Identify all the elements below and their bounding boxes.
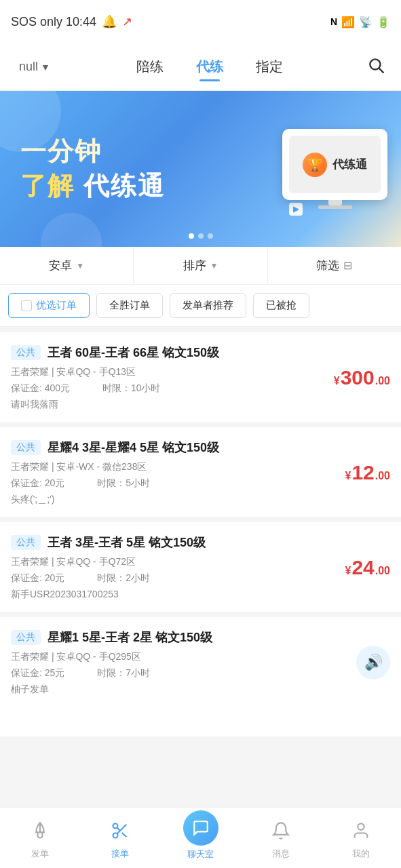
order-4-title: 星耀1 5星-王者 2星 铭文150级 bbox=[47, 629, 309, 646]
filter-android[interactable]: 安卓 ▼ bbox=[0, 247, 134, 284]
bottom-nav-messages[interactable]: 消息 bbox=[241, 808, 321, 868]
order-1-nickname: 请叫我落雨 bbox=[11, 399, 309, 411]
order-1-price-decimal: .00 bbox=[375, 375, 390, 387]
bottom-nav-profile[interactable]: 我的 bbox=[321, 808, 401, 868]
order-4-tag: 公共 bbox=[11, 630, 41, 645]
bottom-nav-profile-label: 我的 bbox=[352, 848, 370, 860]
order-2-content: 公共 星耀4 3星-星耀4 5星 铭文150级 王者荣耀 | 安卓-WX - 微… bbox=[11, 439, 390, 506]
tab-pill-recommended[interactable]: 发单者推荐 bbox=[170, 293, 246, 318]
order-4-meta: 王者荣耀 | 安卓QQ - 手Q295区 bbox=[11, 651, 309, 663]
banner-text: 一分钟 了解 代练通 bbox=[20, 134, 165, 203]
order-card-4[interactable]: 公共 星耀1 5星-王者 2星 铭文150级 王者荣耀 | 安卓QQ - 手Q2… bbox=[0, 617, 401, 736]
rocket-icon bbox=[31, 821, 50, 845]
chevron-down-icon: ▼ bbox=[41, 62, 50, 73]
filter-android-arrow: ▼ bbox=[76, 261, 84, 271]
order-2-meta: 王者荣耀 | 安卓-WX - 微信238区 bbox=[11, 461, 309, 473]
order-3-details: 保证金: 20元 时限：2小时 bbox=[11, 572, 309, 585]
chat-circle bbox=[183, 810, 218, 846]
order-2-price: ¥ 12 .00 bbox=[345, 462, 390, 483]
brand-label: 代练通 bbox=[332, 157, 367, 172]
bottom-nav-receive[interactable]: 接单 bbox=[80, 808, 160, 868]
person-icon bbox=[351, 821, 370, 845]
svg-line-5 bbox=[122, 833, 126, 837]
banner-line2: 了解 代练通 bbox=[20, 169, 165, 203]
filter-sort-arrow: ▼ bbox=[210, 261, 218, 271]
wifi-icon: 📡 bbox=[359, 16, 373, 28]
status-left: SOS only 10:44 🔔 ↗ bbox=[11, 14, 132, 29]
bell-icon: 🔔 bbox=[102, 14, 117, 29]
svg-line-1 bbox=[379, 68, 383, 72]
order-card-2-inner: 公共 星耀4 3星-星耀4 5星 铭文150级 王者荣耀 | 安卓-WX - 微… bbox=[11, 439, 390, 506]
bottom-nav-receive-label: 接单 bbox=[111, 848, 129, 860]
filter-icon: ⊟ bbox=[343, 259, 352, 272]
order-2-price-decimal: .00 bbox=[375, 470, 390, 482]
nav-dropdown[interactable]: null ▼ bbox=[11, 54, 58, 79]
order-2-details: 保证金: 20元 时限：5小时 bbox=[11, 477, 309, 490]
bottom-nav-send[interactable]: 发单 bbox=[0, 808, 80, 868]
order-2-title-row: 公共 星耀4 3星-星耀4 5星 铭文150级 bbox=[11, 439, 309, 456]
svg-point-2 bbox=[113, 824, 118, 829]
tab-pills: 优选订单 全胜订单 发单者推荐 已被抢 bbox=[0, 285, 401, 327]
order-3-price: ¥ 24 .00 bbox=[345, 557, 390, 578]
order-1-title: 王者 60星-王者 66星 铭文150级 bbox=[47, 344, 309, 361]
bottom-nav-messages-label: 消息 bbox=[272, 848, 290, 860]
order-1-deposit: 保证金: 400元 bbox=[11, 382, 70, 393]
order-3-price-decimal: .00 bbox=[375, 565, 390, 577]
nfc-icon: N bbox=[330, 16, 337, 27]
status-bar: SOS only 10:44 🔔 ↗ N 📶 📡 🔋 bbox=[0, 0, 401, 43]
order-4-time: 时限：7小时 bbox=[97, 667, 150, 678]
banner-line2-text: 代练通 bbox=[83, 172, 165, 200]
order-2-price-main: 12 bbox=[351, 462, 374, 483]
order-3-tag: 公共 bbox=[11, 535, 41, 550]
order-4-deposit: 保证金: 25元 bbox=[11, 667, 64, 678]
order-3-title-row: 公共 王者 3星-王者 5星 铭文150级 bbox=[11, 534, 309, 551]
tab-pill-preferred[interactable]: 优选订单 bbox=[8, 293, 90, 318]
filter-bar: 安卓 ▼ 排序 ▼ 筛选 ⊟ bbox=[0, 247, 401, 285]
order-3-price-main: 24 bbox=[351, 557, 374, 578]
tab-pill-allwin[interactable]: 全胜订单 bbox=[96, 293, 163, 318]
bottom-nav-chat[interactable]: 聊天室 bbox=[160, 808, 240, 868]
order-2-nickname: 头疼(';＿;') bbox=[11, 494, 309, 506]
tab-zhiding[interactable]: 指定 bbox=[253, 52, 286, 81]
banner-line1: 一分钟 bbox=[20, 134, 165, 169]
status-text: SOS only 10:44 bbox=[11, 15, 96, 29]
search-icon[interactable] bbox=[362, 51, 390, 83]
order-card-3[interactable]: 公共 王者 3星-王者 5星 铭文150级 王者荣耀 | 安卓QQ - 手Q72… bbox=[0, 522, 401, 612]
order-1-tag: 公共 bbox=[11, 345, 41, 360]
order-card-2[interactable]: 公共 星耀4 3星-星耀4 5星 铭文150级 王者荣耀 | 安卓-WX - 微… bbox=[0, 427, 401, 517]
tab-pill-preferred-label: 优选订单 bbox=[36, 299, 77, 312]
order-1-price-symbol: ¥ bbox=[334, 375, 340, 387]
tab-pill-grabbed[interactable]: 已被抢 bbox=[253, 293, 309, 318]
dot-3 bbox=[208, 233, 213, 239]
order-1-price-main: 300 bbox=[341, 368, 375, 388]
filter-screen-label: 筛选 bbox=[316, 258, 339, 273]
tab-peilian[interactable]: 陪练 bbox=[134, 52, 166, 81]
order-card-1[interactable]: 公共 王者 60星-王者 66星 铭文150级 王者荣耀 | 安卓QQ - 手Q… bbox=[0, 332, 401, 422]
order-3-time: 时限：2小时 bbox=[97, 572, 150, 583]
order-4-content: 公共 星耀1 5星-王者 2星 铭文150级 王者荣耀 | 安卓QQ - 手Q2… bbox=[11, 629, 390, 696]
bottom-nav-send-label: 发单 bbox=[31, 848, 49, 860]
preferred-checkbox[interactable] bbox=[21, 300, 32, 311]
dot-2 bbox=[198, 233, 204, 239]
order-2-tag: 公共 bbox=[11, 440, 41, 455]
signal-bars-icon: 📶 bbox=[341, 16, 355, 28]
tab-dailiang[interactable]: 代练 bbox=[193, 52, 226, 81]
svg-point-7 bbox=[358, 824, 364, 830]
order-4-details: 保证金: 25元 时限：7小时 bbox=[11, 667, 309, 679]
order-3-price-symbol: ¥ bbox=[345, 565, 351, 577]
filter-screen[interactable]: 筛选 ⊟ bbox=[268, 247, 401, 284]
svg-line-6 bbox=[117, 827, 121, 831]
order-2-time: 时限：5小时 bbox=[97, 477, 150, 488]
bottom-nav-chat-label: 聊天室 bbox=[187, 848, 214, 861]
tab-pill-grabbed-label: 已被抢 bbox=[266, 299, 297, 312]
order-1-title-row: 公共 王者 60星-王者 66星 铭文150级 bbox=[11, 344, 309, 361]
filter-sort[interactable]: 排序 ▼ bbox=[134, 247, 267, 284]
status-right: N 📶 📡 🔋 bbox=[330, 16, 390, 28]
scissors-icon bbox=[111, 821, 130, 845]
order-1-meta: 王者荣耀 | 安卓QQ - 手Q13区 bbox=[11, 366, 309, 378]
bell-nav-icon bbox=[271, 821, 290, 845]
orders-list: 公共 王者 60星-王者 66星 铭文150级 王者荣耀 | 安卓QQ - 手Q… bbox=[0, 327, 401, 747]
order-3-title: 王者 3星-王者 5星 铭文150级 bbox=[47, 534, 309, 551]
order-card-1-inner: 公共 王者 60星-王者 66星 铭文150级 王者荣耀 | 安卓QQ - 手Q… bbox=[11, 344, 390, 411]
filter-sort-label: 排序 bbox=[183, 258, 206, 273]
